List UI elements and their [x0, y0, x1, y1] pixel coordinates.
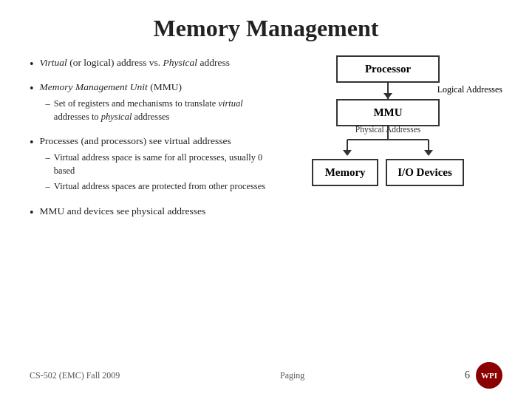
course-label: CS-502 (EMC) Fall 2009: [30, 370, 120, 381]
bullet-3: • Processes (and processors) see virtual…: [30, 134, 266, 196]
bullet-text-3: Processes (and processors) see virtual a…: [40, 135, 231, 146]
svg-marker-5: [424, 150, 433, 156]
sub-list-2: Set of registers and mechanisms to trans…: [46, 98, 266, 123]
bullet-dot-3: •: [30, 134, 34, 151]
svg-marker-3: [343, 150, 352, 156]
slide-title: Memory Management: [30, 15, 502, 42]
left-column: • Virtual (or logical) address vs. Physi…: [30, 55, 266, 228]
memory-box: Memory: [312, 159, 378, 186]
virtual-italic: Virtual: [40, 57, 67, 68]
content-area: • Virtual (or logical) address vs. Physi…: [30, 55, 502, 228]
split-arrow-container: Physical Addresses: [325, 126, 451, 159]
sub-list-3: Virtual address space is same for all pr…: [46, 151, 266, 194]
bullet-text-2: Memory Management Unit (MMU): [40, 81, 182, 92]
bullet-content-2: Memory Management Unit (MMU) Set of regi…: [40, 80, 266, 126]
bottom-boxes: Memory I/O Devices: [312, 159, 464, 186]
slide: Memory Management • Virtual (or logical)…: [0, 0, 532, 399]
physical-addresses-label: Physical Addresses: [355, 125, 420, 134]
topic-label: Paging: [280, 370, 304, 381]
right-column: Processor Logical Addresses MMU: [273, 55, 502, 228]
logical-arrow-wrapper: Logical Addresses: [336, 83, 440, 99]
bullet-text-1: Virtual (or logical) address vs. Physica…: [40, 55, 230, 70]
io-devices-box: I/O Devices: [386, 159, 464, 186]
diagram: Processor Logical Addresses MMU: [273, 55, 502, 186]
physical-italic: Physical: [163, 57, 198, 68]
bullet-2: • Memory Management Unit (MMU) Set of re…: [30, 80, 266, 126]
bullet-dot-1: •: [30, 56, 34, 72]
sub-item-3-1: Virtual address space is same for all pr…: [46, 151, 266, 177]
footer-right: 6 WPI: [465, 362, 502, 389]
bullet-1: • Virtual (or logical) address vs. Physi…: [30, 55, 266, 72]
sub-item-2-1: Set of registers and mechanisms to trans…: [46, 98, 266, 123]
logical-arrow-container: Logical Addresses: [273, 83, 502, 99]
logical-label: Logical Addresses: [437, 84, 502, 95]
mmu-box: MMU: [336, 99, 440, 126]
footer: CS-502 (EMC) Fall 2009 Paging 6 WPI: [0, 362, 532, 389]
bullet-4: • MMU and devices see physical addresses: [30, 204, 266, 221]
processor-box: Processor: [336, 55, 440, 83]
bullet-dot-2: •: [30, 81, 34, 97]
logical-arrow: [387, 83, 389, 99]
bullet-text-4: MMU and devices see physical addresses: [40, 204, 206, 219]
sub-item-3-2: Virtual address spaces are protected fro…: [46, 180, 266, 194]
bullet-content-3: Processes (and processors) see virtual a…: [40, 134, 266, 196]
wpi-logo: WPI: [476, 362, 502, 389]
page-number: 6: [465, 369, 470, 381]
bullet-dot-4: •: [30, 205, 34, 221]
mmu-italic: Memory Management Unit: [40, 81, 148, 92]
